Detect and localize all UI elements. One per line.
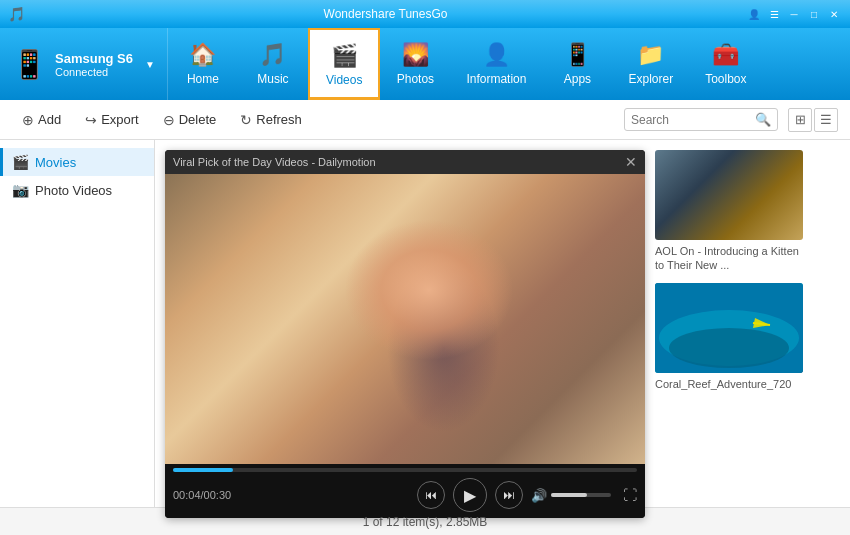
nav-item-photos[interactable]: 🌄 Photos [380, 28, 450, 100]
home-icon: 🏠 [189, 42, 216, 68]
refresh-label: Refresh [256, 112, 302, 127]
add-icon: ⊕ [22, 112, 34, 128]
nav-item-explorer[interactable]: 📁 Explorer [612, 28, 689, 100]
close-button[interactable]: ✕ [826, 6, 842, 22]
export-button[interactable]: ↪ Export [75, 108, 149, 132]
nav-item-home[interactable]: 🏠 Home [168, 28, 238, 100]
nav-label-toolbox: Toolbox [705, 72, 746, 86]
search-box[interactable]: 🔍 [624, 108, 778, 131]
delete-button[interactable]: ⊖ Delete [153, 108, 227, 132]
device-text: Samsung S6 Connected [55, 51, 133, 78]
title-bar-title: Wondershare TunesGo [25, 7, 746, 21]
player-titlebar: Viral Pick of the Day Videos - Dailymoti… [165, 150, 645, 174]
refresh-icon: ↻ [240, 112, 252, 128]
player-close-button[interactable]: ✕ [625, 154, 637, 170]
export-icon: ↪ [85, 112, 97, 128]
player-controls: 00:04/00:30 ⏮ ▶ ⏭ 🔊 ⛶ [165, 464, 645, 518]
window-controls: 👤 ☰ ─ □ ✕ [746, 6, 842, 22]
user-icon[interactable]: 👤 [746, 6, 762, 22]
volume-icon[interactable]: 🔊 [531, 488, 547, 503]
fullscreen-button[interactable]: ⛶ [623, 487, 637, 503]
music-icon: 🎵 [259, 42, 286, 68]
thumbnail-image-2 [655, 283, 803, 373]
progress-bar[interactable] [173, 468, 637, 472]
reef-thumbnail-svg [655, 283, 803, 373]
menu-icon[interactable]: ☰ [766, 6, 782, 22]
photos-icon: 🌄 [402, 42, 429, 68]
title-bar: 🎵 Wondershare TunesGo 👤 ☰ ─ □ ✕ [0, 0, 850, 28]
device-icon: 📱 [12, 48, 47, 81]
photo-videos-sidebar-icon: 📷 [12, 182, 29, 198]
volume-area: 🔊 [531, 488, 611, 503]
nav-label-music: Music [257, 72, 288, 86]
sidebar-item-movies[interactable]: 🎬 Movies [0, 148, 154, 176]
delete-label: Delete [179, 112, 217, 127]
nav-item-information[interactable]: 👤 Information [450, 28, 542, 100]
thumbnail-label-1: AOL On - Introducing a Kitten to Their N… [655, 244, 805, 273]
status-text: 1 of 12 item(s), 2.85MB [363, 515, 488, 529]
nav-item-music[interactable]: 🎵 Music [238, 28, 308, 100]
add-button[interactable]: ⊕ Add [12, 108, 71, 132]
title-bar-icon: 🎵 [8, 6, 25, 22]
thumbnail-label-2: Coral_Reef_Adventure_720 [655, 377, 805, 391]
search-input[interactable] [631, 113, 751, 127]
sidebar-label-movies: Movies [35, 155, 76, 170]
previous-button[interactable]: ⏮ [417, 481, 445, 509]
nav-label-photos: Photos [397, 72, 434, 86]
sidebar-item-photo-videos[interactable]: 📷 Photo Videos [0, 176, 154, 204]
video-player: Viral Pick of the Day Videos - Dailymoti… [165, 150, 645, 518]
toolbar: ⊕ Add ↪ Export ⊖ Delete ↻ Refresh 🔍 ⊞ ☰ [0, 100, 850, 140]
thumbnail-item-2[interactable]: Coral_Reef_Adventure_720 [655, 283, 805, 391]
thumbnail-list: AOL On - Introducing a Kitten to Their N… [655, 150, 805, 391]
list-view-button[interactable]: ☰ [814, 108, 838, 132]
player-title: Viral Pick of the Day Videos - Dailymoti… [173, 156, 376, 168]
movies-sidebar-icon: 🎬 [12, 154, 29, 170]
nav-label-home: Home [187, 72, 219, 86]
nav-label-apps: Apps [564, 72, 591, 86]
nav-label-information: Information [466, 72, 526, 86]
nav-label-videos: Videos [326, 73, 362, 87]
nav-item-apps[interactable]: 📱 Apps [542, 28, 612, 100]
grid-view-button[interactable]: ⊞ [788, 108, 812, 132]
svg-point-2 [669, 328, 789, 368]
videos-icon: 🎬 [331, 43, 358, 69]
export-label: Export [101, 112, 139, 127]
time-total: 00:30 [204, 489, 232, 501]
nav-item-toolbox[interactable]: 🧰 Toolbox [689, 28, 762, 100]
main-content: 🎬 Movies 📷 Photo Videos Viral Pick of th… [0, 140, 850, 507]
maximize-button[interactable]: □ [806, 6, 822, 22]
volume-fill [551, 493, 587, 497]
video-area: Viral Pick of the Day Videos - Dailymoti… [155, 140, 850, 507]
add-label: Add [38, 112, 61, 127]
device-name: Samsung S6 [55, 51, 133, 66]
minimize-button[interactable]: ─ [786, 6, 802, 22]
apps-icon: 📱 [564, 42, 591, 68]
delete-icon: ⊖ [163, 112, 175, 128]
nav-item-videos[interactable]: 🎬 Videos [308, 28, 380, 100]
nav-label-explorer: Explorer [628, 72, 673, 86]
device-status: Connected [55, 66, 133, 78]
sidebar: 🎬 Movies 📷 Photo Videos [0, 140, 155, 507]
information-icon: 👤 [483, 42, 510, 68]
nav-items: 🏠 Home 🎵 Music 🎬 Videos 🌄 Photos 👤 Infor… [168, 28, 850, 100]
device-info: 📱 Samsung S6 Connected ▼ [0, 28, 168, 100]
volume-slider[interactable] [551, 493, 611, 497]
next-button[interactable]: ⏭ [495, 481, 523, 509]
view-toggle: ⊞ ☰ [788, 108, 838, 132]
play-button[interactable]: ▶ [453, 478, 487, 512]
device-dropdown-arrow[interactable]: ▼ [145, 59, 155, 70]
time-current: 00:04 [173, 489, 201, 501]
controls-row: 00:04/00:30 ⏮ ▶ ⏭ 🔊 ⛶ [173, 478, 637, 512]
search-icon: 🔍 [755, 112, 771, 127]
refresh-button[interactable]: ↻ Refresh [230, 108, 312, 132]
toolbox-icon: 🧰 [712, 42, 739, 68]
time-display: 00:04/00:30 [173, 489, 409, 501]
player-background-overlay [165, 174, 645, 464]
player-screen [165, 174, 645, 464]
explorer-icon: 📁 [637, 42, 664, 68]
progress-fill [173, 468, 233, 472]
nav-bar: 📱 Samsung S6 Connected ▼ 🏠 Home 🎵 Music … [0, 28, 850, 100]
sidebar-label-photo-videos: Photo Videos [35, 183, 112, 198]
thumbnail-image-1 [655, 150, 803, 240]
thumbnail-item-1[interactable]: AOL On - Introducing a Kitten to Their N… [655, 150, 805, 273]
